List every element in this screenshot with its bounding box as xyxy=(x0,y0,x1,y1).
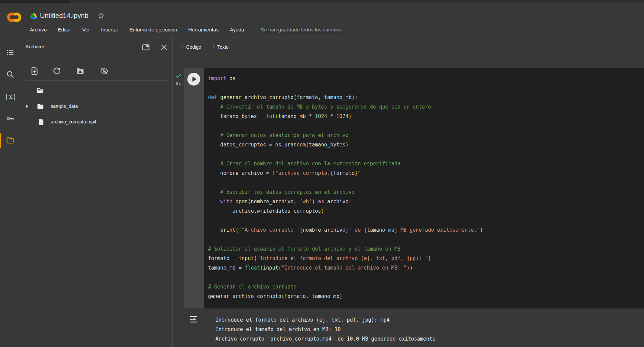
refresh-icon[interactable] xyxy=(52,67,61,75)
plus-icon: + xyxy=(180,45,184,49)
add-text-cell-button[interactable]: + Texto xyxy=(209,43,231,51)
cell-gutter xyxy=(184,68,204,308)
star-icon[interactable] xyxy=(97,12,105,19)
drive-icon xyxy=(30,13,38,20)
files-panel-title: Archivos xyxy=(25,44,45,49)
panel-divider xyxy=(25,80,168,80)
secrets-key-icon[interactable] xyxy=(6,114,15,123)
add-code-cell-button[interactable]: + Código xyxy=(178,43,204,51)
file-tree-item-sample-data[interactable]: sample_data xyxy=(20,98,172,114)
browser-chrome-strip xyxy=(0,0,644,3)
notebook-title[interactable]: Untitled14.ipynb xyxy=(40,10,88,21)
cell-success-check-icon xyxy=(175,72,182,79)
open-in-tab-icon[interactable] xyxy=(141,43,150,52)
menubar: Archivo Editar Ver Insertar Entorno de e… xyxy=(30,24,342,34)
run-cell-button[interactable] xyxy=(187,73,200,86)
menu-archivo[interactable]: Archivo xyxy=(30,27,47,32)
menu-editar[interactable]: Editar xyxy=(58,27,71,32)
close-panel-icon[interactable] xyxy=(160,43,168,52)
cell-output-area: Introduce el formato del archivo (ej. tx… xyxy=(173,308,644,347)
colab-logo[interactable] xyxy=(6,9,22,25)
caret-right-icon[interactable] xyxy=(25,104,29,108)
folder-open-icon xyxy=(37,87,44,95)
file-tree-item-parent[interactable]: .. xyxy=(20,83,172,98)
hidden-files-eye-off-icon[interactable] xyxy=(100,67,109,75)
menu-herramientas[interactable]: Herramientas xyxy=(188,27,219,32)
notebook-main: + Código + Texto 5 s import os def gener… xyxy=(173,38,644,347)
add-code-label: Código xyxy=(186,44,201,50)
menu-insertar[interactable]: Insertar xyxy=(101,27,118,32)
menu-ver[interactable]: Ver xyxy=(82,27,90,32)
file-tree-label: sample_data xyxy=(51,103,78,109)
saved-status-link[interactable]: Se han guardado todos los cambios xyxy=(261,27,342,32)
upload-file-icon[interactable] xyxy=(30,67,39,75)
notebook-toolbar: + Código + Texto xyxy=(173,38,644,56)
variables-icon[interactable]: {x} xyxy=(4,92,16,101)
cell-io-icon[interactable] xyxy=(188,314,199,324)
cell-output-text[interactable]: Introduce el formato del archivo (ej. tx… xyxy=(215,315,438,344)
code-editor[interactable]: import os def generar_archivo_corrupto(f… xyxy=(204,68,644,308)
plus-icon: + xyxy=(211,45,215,49)
file-tree-label: .. xyxy=(51,88,53,93)
table-of-contents-icon[interactable] xyxy=(6,48,15,57)
code-cell: import os def generar_archivo_corrupto(f… xyxy=(184,68,644,308)
menu-ayuda[interactable]: Ayuda xyxy=(230,27,244,32)
editor-column-ruler xyxy=(550,73,550,308)
file-tree: .. sample_data archivo_corrupto.mp4 xyxy=(20,83,172,130)
play-icon xyxy=(187,73,200,86)
search-icon[interactable] xyxy=(6,70,15,79)
menu-entorno-de-ejecucion[interactable]: Entorno de ejecución xyxy=(130,27,177,32)
cell-execution-time: 5 s xyxy=(173,82,184,86)
left-icon-rail: {x} xyxy=(0,38,20,347)
mount-drive-icon[interactable] xyxy=(76,67,85,75)
folder-icon xyxy=(37,102,44,110)
file-tree-label: archivo_corrupto.mp4 xyxy=(51,119,96,124)
files-panel: Archivos .. xyxy=(20,38,172,347)
file-icon xyxy=(37,118,45,126)
add-text-label: Texto xyxy=(217,44,228,50)
active-panel-indicator xyxy=(0,133,1,148)
files-folder-icon[interactable] xyxy=(6,136,15,145)
browser-tab-edge xyxy=(69,0,644,3)
app-header: Untitled14.ipynb Archivo Editar Ver Inse… xyxy=(0,3,644,38)
file-tree-item-archivo-corrupto[interactable]: archivo_corrupto.mp4 xyxy=(20,114,172,130)
